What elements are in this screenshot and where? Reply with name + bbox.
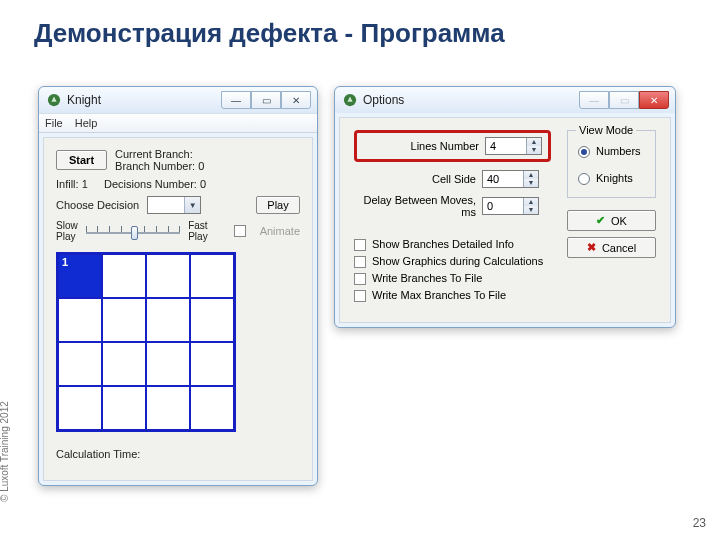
- animate-checkbox[interactable]: [234, 225, 246, 237]
- knight-titlebar[interactable]: Knight — ▭ ✕: [39, 87, 317, 113]
- options-titlebar[interactable]: Options — ▭ ✕: [335, 87, 675, 113]
- minimize-button[interactable]: —: [221, 91, 251, 109]
- cell-3-3[interactable]: [146, 342, 190, 386]
- cell-side-label: Cell Side: [354, 173, 482, 185]
- menu-help[interactable]: Help: [75, 117, 98, 129]
- minimize-button: —: [579, 91, 609, 109]
- close-button[interactable]: ✕: [281, 91, 311, 109]
- chk-write-branches[interactable]: [354, 273, 366, 285]
- options-window: Options — ▭ ✕ Lines Number ▲▼ Cell Side: [334, 86, 676, 328]
- chk-write-branches-label: Write Branches To File: [372, 272, 482, 284]
- cell-4-3[interactable]: [146, 386, 190, 430]
- cell-2-1[interactable]: [58, 298, 102, 342]
- spin-down-icon[interactable]: ▼: [524, 179, 538, 187]
- chk-show-graphics-label: Show Graphics during Calculations: [372, 255, 543, 267]
- infill-label: Infill: 1: [56, 178, 96, 190]
- maximize-button: ▭: [609, 91, 639, 109]
- cell-3-2[interactable]: [102, 342, 146, 386]
- radio-knights-label: Knights: [596, 172, 633, 184]
- play-button[interactable]: Play: [256, 196, 300, 214]
- calc-time-label: Calculation Time:: [56, 448, 140, 460]
- slider-thumb[interactable]: [131, 226, 138, 240]
- cell-2-2[interactable]: [102, 298, 146, 342]
- view-mode-group: View Mode Numbers Knights: [567, 130, 656, 198]
- chk-branches-info[interactable]: [354, 239, 366, 251]
- chk-show-graphics[interactable]: [354, 256, 366, 268]
- cell-side-input[interactable]: ▲▼: [482, 170, 539, 188]
- delay-value[interactable]: [483, 198, 523, 214]
- view-mode-legend: View Mode: [576, 124, 636, 136]
- spin-up-icon[interactable]: ▲: [524, 171, 538, 179]
- current-branch-label: Current Branch:: [115, 148, 204, 160]
- cell-1-2[interactable]: [102, 254, 146, 298]
- cell-2-3[interactable]: [146, 298, 190, 342]
- decisions-label: Decisions Number: 0: [104, 178, 206, 190]
- branch-number-label: Branch Number: 0: [115, 160, 204, 172]
- radio-numbers[interactable]: [578, 146, 590, 158]
- cell-4-1[interactable]: [58, 386, 102, 430]
- spin-up-icon[interactable]: ▲: [527, 138, 541, 146]
- close-button[interactable]: ✕: [639, 91, 669, 109]
- cell-2-4[interactable]: [190, 298, 234, 342]
- lines-number-label: Lines Number: [363, 140, 485, 152]
- chk-branches-info-label: Show Branches Detailed Info: [372, 238, 514, 250]
- cell-value: 1: [62, 256, 68, 268]
- cancel-button[interactable]: ✖Cancel: [567, 237, 656, 258]
- fast-play-label: Fast Play: [188, 220, 207, 242]
- speed-slider[interactable]: [86, 222, 181, 240]
- lines-number-input[interactable]: ▲▼: [485, 137, 542, 155]
- cell-4-2[interactable]: [102, 386, 146, 430]
- animate-label: Animate: [260, 225, 300, 237]
- chevron-down-icon: ▼: [184, 197, 200, 213]
- choose-decision-label: Choose Decision: [56, 199, 139, 211]
- delay-label: Delay Between Moves, ms: [354, 194, 482, 218]
- board-grid: 1: [56, 252, 236, 432]
- spin-down-icon[interactable]: ▼: [524, 206, 538, 214]
- app-icon: [47, 93, 61, 107]
- cell-side-value[interactable]: [483, 171, 523, 187]
- knight-title: Knight: [67, 93, 101, 107]
- start-button[interactable]: Start: [56, 150, 107, 170]
- cross-icon: ✖: [587, 241, 596, 254]
- cell-3-4[interactable]: [190, 342, 234, 386]
- knight-window: Knight — ▭ ✕ File Help Start Current Bra…: [38, 86, 318, 486]
- delay-input[interactable]: ▲▼: [482, 197, 539, 215]
- menu-bar: File Help: [39, 113, 317, 133]
- options-title: Options: [363, 93, 404, 107]
- app-icon: [343, 93, 357, 107]
- check-icon: ✔: [596, 214, 605, 227]
- slide-title: Демонстрация дефекта - Программа: [34, 18, 505, 49]
- ok-button[interactable]: ✔OK: [567, 210, 656, 231]
- slow-play-label: Slow Play: [56, 220, 78, 242]
- cell-1-4[interactable]: [190, 254, 234, 298]
- chk-write-max-branches-label: Write Max Branches To File: [372, 289, 506, 301]
- ok-label: OK: [611, 215, 627, 227]
- radio-knights[interactable]: [578, 173, 590, 185]
- copyright-text: © Luxoft Training 2012: [0, 401, 10, 502]
- spin-up-icon[interactable]: ▲: [524, 198, 538, 206]
- decision-combo[interactable]: ▼: [147, 196, 201, 214]
- spin-down-icon[interactable]: ▼: [527, 146, 541, 154]
- cell-4-4[interactable]: [190, 386, 234, 430]
- chk-write-max-branches[interactable]: [354, 290, 366, 302]
- cancel-label: Cancel: [602, 242, 636, 254]
- radio-numbers-label: Numbers: [596, 145, 641, 157]
- cell-1-3[interactable]: [146, 254, 190, 298]
- cell-1-1[interactable]: 1: [58, 254, 102, 298]
- page-number: 23: [693, 516, 706, 530]
- lines-number-value[interactable]: [486, 138, 526, 154]
- menu-file[interactable]: File: [45, 117, 63, 129]
- maximize-button[interactable]: ▭: [251, 91, 281, 109]
- highlighted-field: Lines Number ▲▼: [354, 130, 551, 162]
- cell-3-1[interactable]: [58, 342, 102, 386]
